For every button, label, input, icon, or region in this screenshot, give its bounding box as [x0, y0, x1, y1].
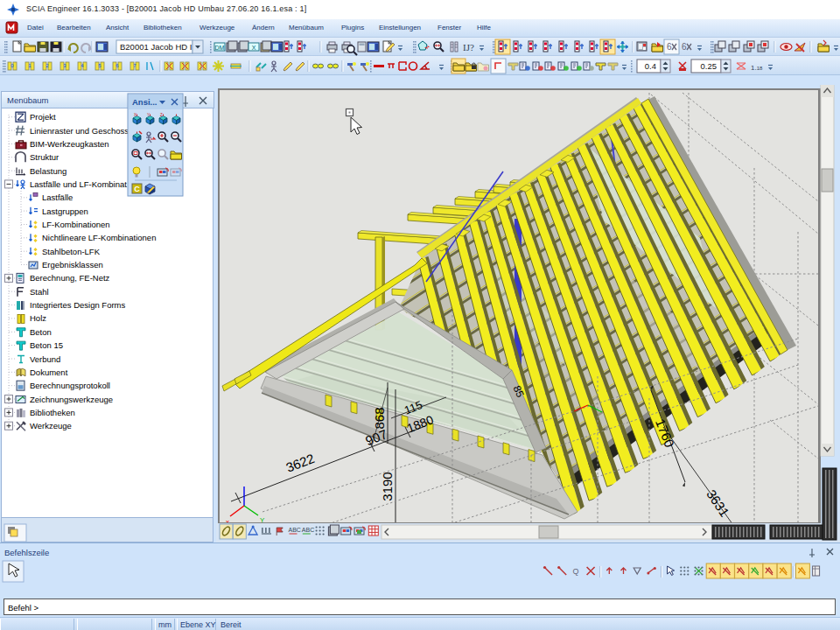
svg-text:Linienraster und Geschoss: Linienraster und Geschoss: [30, 126, 129, 136]
svg-text:Berechnungsprotokoll: Berechnungsprotokoll: [30, 381, 110, 390]
svg-text:Lastfälle und LF-Kombinat: Lastfälle und LF-Kombinat: [30, 179, 127, 189]
svg-text:B20001 Jacob HD I: B20001 Jacob HD I: [120, 42, 192, 52]
svg-text:1.18: 1.18: [751, 64, 763, 72]
svg-text:Z: Z: [160, 113, 163, 117]
svg-text:Stahl: Stahl: [30, 287, 49, 297]
svg-text:Berechnung, FE-Netz: Berechnung, FE-Netz: [30, 273, 110, 283]
svg-text:ABC: ABC: [302, 527, 314, 533]
svg-text:X: X: [252, 45, 256, 51]
svg-text:3190: 3190: [380, 472, 395, 500]
svg-text:Ansi...: Ansi...: [132, 97, 158, 107]
svg-text:Struktur: Struktur: [30, 152, 59, 162]
svg-text:Verbund: Verbund: [30, 354, 60, 364]
svg-text:LF-Kombinationen: LF-Kombinationen: [42, 220, 110, 229]
svg-text:Dokument: Dokument: [30, 368, 68, 377]
svg-text:Ergebnisklassen: Ergebnisklassen: [42, 260, 103, 270]
svg-text:0.4: 0.4: [645, 61, 656, 71]
svg-text:Holz: Holz: [30, 313, 46, 323]
svg-text:0.25: 0.25: [701, 61, 718, 71]
svg-text:X: X: [134, 113, 136, 117]
svg-text:Bibliotheken: Bibliotheken: [30, 408, 75, 417]
svg-text:6: 6: [682, 42, 687, 52]
svg-text:6: 6: [667, 42, 672, 52]
svg-text:Projekt: Projekt: [30, 112, 56, 122]
svg-text:Beton 15: Beton 15: [30, 340, 63, 350]
svg-text:Belastung: Belastung: [30, 166, 66, 176]
svg-text:BIM-Werkzeugkasten: BIM-Werkzeugkasten: [30, 139, 109, 149]
svg-text:IJ?: IJ?: [463, 42, 474, 52]
svg-text:Stahlbeton-LFK: Stahlbeton-LFK: [42, 247, 101, 256]
svg-text:DM: DM: [215, 45, 225, 51]
svg-text:Lastfälle: Lastfälle: [42, 192, 73, 202]
svg-text:Q: Q: [572, 567, 578, 576]
svg-text:ABC: ABC: [289, 527, 301, 533]
svg-text:Nichtlineare LF-Kombinationen: Nichtlineare LF-Kombinationen: [42, 233, 156, 242]
svg-text:Zeichnungswerkzeuge: Zeichnungswerkzeuge: [30, 395, 113, 404]
svg-text:C: C: [134, 185, 140, 193]
svg-text:Beton: Beton: [30, 327, 52, 337]
svg-text:Lastgruppen: Lastgruppen: [42, 206, 88, 216]
svg-text:Integriertes Design Forms: Integriertes Design Forms: [30, 300, 126, 310]
svg-text:Werkzeuge: Werkzeuge: [30, 421, 72, 430]
svg-text:Y: Y: [147, 113, 150, 117]
